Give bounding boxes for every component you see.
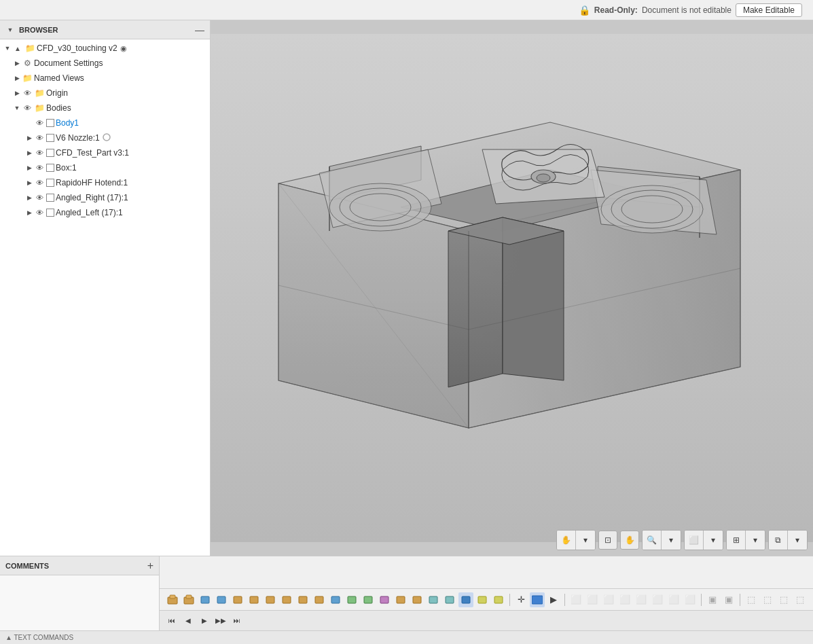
tree-area: ▲ 📁 CFD_v30_touching v2 ◉ ⚙ Document Set… bbox=[0, 39, 210, 556]
root-folder-icon: 📁 bbox=[24, 43, 35, 54]
make-editable-button[interactable]: Make Editable bbox=[736, 3, 802, 17]
tb-icon-4[interactable] bbox=[214, 592, 229, 607]
display-mode-button[interactable]: ⬜ bbox=[685, 531, 704, 550]
browser-title: BROWSER bbox=[19, 26, 191, 34]
tb-align-4[interactable]: ⬜ bbox=[617, 592, 632, 607]
zoom-dropdown[interactable]: ▾ bbox=[662, 531, 681, 550]
tb-icon-5[interactable] bbox=[230, 592, 245, 607]
tl-prev-button[interactable]: ◀ bbox=[181, 614, 195, 628]
named-views-arrow bbox=[12, 75, 22, 82]
tb-align-1[interactable]: ⬜ bbox=[568, 592, 583, 607]
tl-play-button[interactable]: ▶ bbox=[198, 614, 211, 628]
tb-extra-4[interactable]: ⬚ bbox=[793, 592, 808, 607]
fit-view-button[interactable]: ⊡ bbox=[598, 531, 617, 550]
bodies-folder-icon: 📁 bbox=[34, 103, 45, 113]
view-cube-button[interactable]: ⧉ bbox=[769, 531, 788, 550]
svg-rect-35 bbox=[186, 595, 192, 598]
tb-icon-20[interactable] bbox=[475, 592, 490, 607]
browser-close-button[interactable]: — bbox=[195, 24, 204, 35]
svg-rect-33 bbox=[170, 595, 175, 598]
tb-icon-19[interactable] bbox=[458, 592, 473, 607]
tb-icon-1[interactable] bbox=[165, 592, 180, 607]
cfd-test-label: CFD_Test_Part v3:1 bbox=[56, 148, 129, 158]
angled-right-box-icon bbox=[46, 194, 54, 202]
svg-rect-43 bbox=[315, 596, 323, 603]
tb-icon-6[interactable] bbox=[247, 592, 261, 607]
tl-first-button[interactable]: ⏮ bbox=[165, 614, 179, 628]
tb-icon-8[interactable] bbox=[279, 592, 294, 607]
tree-item-angled-right[interactable]: 👁 Angled_Right (17):1 bbox=[0, 190, 210, 205]
tree-item-cfd-test[interactable]: 👁 CFD_Test_Part v3:1 bbox=[0, 145, 210, 160]
tb-icon-21[interactable] bbox=[491, 592, 506, 607]
tree-item-bodies[interactable]: 👁 📁 Bodies bbox=[0, 101, 210, 115]
grid-button[interactable]: ⊞ bbox=[727, 531, 746, 550]
main-area: BROWSER — ▲ 📁 CFD_v30_touching v2 ◉ ⚙ Do… bbox=[0, 20, 813, 556]
tb-align-2[interactable]: ⬜ bbox=[585, 592, 600, 607]
top-bar: 🔒 Read-Only: Document is not editable Ma… bbox=[0, 0, 813, 20]
svg-rect-41 bbox=[283, 596, 291, 603]
browser-header: BROWSER — bbox=[0, 20, 210, 39]
tl-next-button[interactable]: ▶▶ bbox=[214, 614, 228, 628]
tb-align-3[interactable]: ⬜ bbox=[601, 592, 616, 607]
tl-last-button[interactable]: ⏭ bbox=[230, 614, 244, 628]
pan-button[interactable]: ✋ bbox=[620, 531, 639, 550]
svg-rect-49 bbox=[413, 596, 421, 603]
tree-item-root[interactable]: ▲ 📁 CFD_v30_touching v2 ◉ bbox=[0, 41, 210, 56]
display-dropdown[interactable]: ▾ bbox=[704, 531, 723, 550]
tree-item-named-views[interactable]: 📁 Named Views bbox=[0, 71, 210, 86]
angled-right-eye-icon: 👁 bbox=[34, 192, 45, 203]
view-dropdown[interactable]: ▾ bbox=[788, 531, 807, 550]
orbit-dropdown[interactable]: ▾ bbox=[576, 531, 595, 550]
tb-align-7[interactable]: ⬜ bbox=[666, 592, 681, 607]
zoom-button[interactable]: 🔍 bbox=[643, 531, 662, 550]
tree-item-angled-left[interactable]: 👁 Angled_Left (17):1 bbox=[0, 205, 210, 220]
tb-extra-1[interactable]: ⬚ bbox=[744, 592, 759, 607]
tb-icon-3[interactable] bbox=[198, 592, 213, 607]
browser-expand-icon[interactable] bbox=[5, 26, 15, 33]
tb-icon-7[interactable] bbox=[263, 592, 278, 607]
svg-rect-39 bbox=[250, 596, 258, 603]
orbit-button[interactable]: ✋ bbox=[557, 531, 576, 550]
tb-align-8[interactable]: ⬜ bbox=[683, 592, 698, 607]
tb-icon-9[interactable] bbox=[295, 592, 310, 607]
timeline-controls: ⏮ ◀ ▶ ▶▶ ⏭ bbox=[160, 610, 813, 630]
root-arrow bbox=[3, 45, 12, 52]
tb-icon-15[interactable] bbox=[393, 592, 408, 607]
readonly-badge: 🔒 Read-Only: Document is not editable Ma… bbox=[579, 3, 802, 17]
tree-item-origin[interactable]: 👁 📁 Origin bbox=[0, 86, 210, 101]
tb-move-icon[interactable]: ✛ bbox=[513, 592, 528, 607]
comments-add-button[interactable]: + bbox=[147, 560, 153, 571]
tb-select-1[interactable]: ▣ bbox=[705, 592, 720, 607]
v6nozzle-arrow bbox=[24, 135, 34, 141]
tb-extra-3[interactable]: ⬚ bbox=[776, 592, 791, 607]
tb-arrow-right-icon[interactable]: ▶ bbox=[546, 592, 561, 607]
toolbar-sep-2 bbox=[564, 594, 565, 606]
tb-align-5[interactable]: ⬜ bbox=[634, 592, 649, 607]
tree-item-v6nozzle[interactable]: 👁 V6 Nozzle:1 bbox=[0, 130, 210, 145]
tree-item-box1[interactable]: 👁 Box:1 bbox=[0, 160, 210, 175]
tb-icon-17[interactable] bbox=[426, 592, 441, 607]
tb-icon-10[interactable] bbox=[312, 592, 327, 607]
viewport[interactable]: ✋ ▾ ⊡ ✋ 🔍 ▾ ⬜ ▾ ⊞ ▾ ⧉ ▾ bbox=[211, 20, 813, 556]
named-views-folder-icon: 📁 bbox=[22, 73, 33, 84]
tree-item-doc-settings[interactable]: ⚙ Document Settings bbox=[0, 56, 210, 71]
tb-icon-14[interactable] bbox=[377, 592, 392, 607]
rapidohf-eye-icon: 👁 bbox=[34, 177, 45, 188]
tb-icon-11[interactable] bbox=[328, 592, 343, 607]
angled-left-label: Angled_Left (17):1 bbox=[56, 208, 123, 217]
tb-icon-13[interactable] bbox=[361, 592, 376, 607]
tb-icon-12[interactable] bbox=[344, 592, 359, 607]
tb-extra-2[interactable]: ⬚ bbox=[760, 592, 775, 607]
tb-icon-2[interactable] bbox=[181, 592, 196, 607]
toolbar-sep-4 bbox=[740, 594, 740, 606]
grid-dropdown[interactable]: ▾ bbox=[746, 531, 765, 550]
tree-item-rapidohf[interactable]: 👁 RapidoHF Hotend:1 bbox=[0, 175, 210, 190]
tb-active-feature[interactable] bbox=[530, 592, 545, 607]
tb-icon-18[interactable] bbox=[442, 592, 457, 607]
tree-item-body1[interactable]: 👁 Body1 bbox=[0, 115, 210, 130]
tb-select-2[interactable]: ▣ bbox=[721, 592, 736, 607]
comments-panel: COMMENTS + bbox=[0, 556, 160, 630]
bodies-label: Bodies bbox=[46, 103, 71, 113]
tb-icon-16[interactable] bbox=[410, 592, 424, 607]
tb-align-6[interactable]: ⬜ bbox=[650, 592, 665, 607]
